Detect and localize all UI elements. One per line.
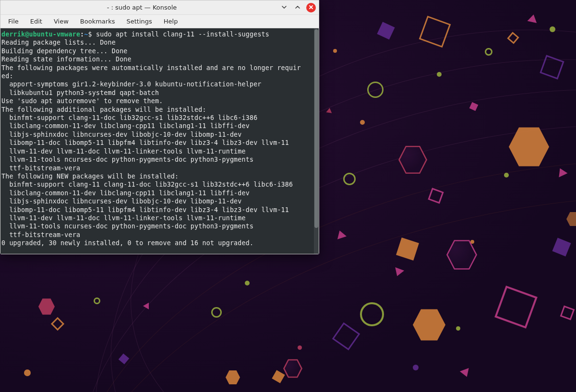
menu-edit[interactable]: Edit	[24, 16, 48, 26]
menu-bookmarks[interactable]: Bookmarks	[74, 16, 121, 26]
close-button[interactable]	[306, 3, 316, 12]
out-line: llvm-11-dev llvm-11-doc llvm-11-linker-t…	[1, 214, 246, 222]
out-line: libomp-11-doc libomp5-11 libpfm4 libtinf…	[1, 139, 289, 146]
out-line: libkubuntu1 python3-systemd qapt-batch	[1, 89, 159, 96]
out-line: binfmt-support clang-11-doc lib32gcc-s1 …	[1, 114, 257, 121]
out-line: Building dependency tree... Done	[1, 48, 128, 55]
out-line: llvm-11-tools ncurses-doc python-pygment…	[1, 156, 253, 163]
out-line: Reading package lists... Done	[1, 39, 116, 46]
window-controls	[279, 3, 316, 12]
chevron-up-icon	[295, 4, 300, 12]
out-line: Use 'sudo apt autoremove' to remove them…	[1, 97, 163, 105]
prompt-path: ~	[84, 31, 88, 38]
out-line: ed:	[1, 72, 13, 80]
minimize-button[interactable]	[279, 3, 289, 12]
terminal-output[interactable]: derrik@ubuntu-vmware:~$ sudo apt install…	[0, 28, 314, 254]
out-line: binfmt-support clang-11 clang-11-doc lib…	[1, 181, 293, 188]
menu-settings[interactable]: Settings	[120, 16, 157, 26]
window-title: - : sudo apt — Konsole	[4, 4, 279, 11]
maximize-button[interactable]	[293, 3, 302, 12]
out-line: llvm-11-tools ncurses-doc python-pygment…	[1, 223, 253, 230]
out-line: The following NEW packages will be insta…	[1, 173, 179, 180]
prompt-user: derrik@ubuntu-vmware	[1, 31, 80, 38]
out-line: libjs-sphinxdoc libncurses-dev libobjc-1…	[1, 131, 242, 138]
out-line: 0 upgraded, 30 newly installed, 0 to rem…	[1, 239, 253, 247]
out-line: llvm-11-dev llvm-11-doc llvm-11-linker-t…	[1, 148, 246, 155]
titlebar[interactable]: - : sudo apt — Konsole	[0, 0, 319, 15]
menu-help[interactable]: Help	[158, 16, 184, 26]
out-line: libjs-sphinxdoc libncurses-dev libobjc-1…	[1, 198, 242, 205]
chevron-down-icon	[281, 4, 287, 12]
konsole-window: - : sudo apt — Konsole File Edit View	[0, 0, 319, 254]
out-line: Reading state information... Done	[1, 56, 132, 63]
out-line: libomp-11-doc libomp5-11 libpfm4 libtinf…	[1, 206, 289, 214]
scrollbar-thumb[interactable]	[314, 29, 318, 228]
out-line: ttf-bitstream-vera	[1, 231, 80, 238]
menu-view[interactable]: View	[48, 16, 74, 26]
menu-file[interactable]: File	[2, 16, 24, 26]
out-line: libclang-common-11-dev libclang-cpp11 li…	[1, 190, 250, 197]
menubar: File Edit View Bookmarks Settings Help	[0, 15, 319, 28]
prompt-symbol: $	[88, 31, 92, 38]
terminal-scrollbar[interactable]	[314, 28, 319, 254]
out-line: apport-symptoms gir1.2-keybinder-3.0 kub…	[1, 81, 262, 88]
terminal-area[interactable]: derrik@ubuntu-vmware:~$ sudo apt install…	[0, 28, 319, 254]
out-line: ttf-bitstream-vera	[1, 165, 80, 172]
out-line: The following additional packages will b…	[1, 106, 206, 113]
command-text: sudo apt install clang-11 --install-sugg…	[96, 31, 269, 38]
out-line: The following packages were automaticall…	[1, 64, 301, 71]
close-icon	[309, 4, 313, 11]
out-line: libclang-common-11-dev libclang-cpp11 li…	[1, 122, 250, 130]
